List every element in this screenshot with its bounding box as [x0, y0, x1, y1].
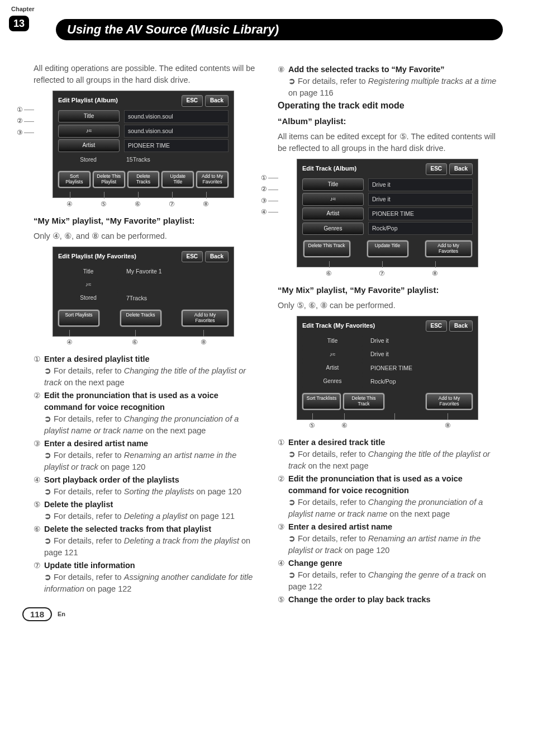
mymix-heading: “My Mix” playlist, “My Favorite” playlis…: [278, 284, 499, 296]
list-item: ②Edit the pronunciation that is used as …: [278, 473, 499, 520]
delete-this-track-button[interactable]: Delete This Track: [303, 240, 350, 257]
update-title-button[interactable]: Update Title: [367, 240, 408, 257]
list-item: ⑧ Add the selected tracks to “My Favorit…: [278, 64, 499, 99]
field-artist[interactable]: Artist: [58, 139, 120, 152]
list-item: ⑥Delete the selected tracks from that pl…: [34, 523, 255, 559]
list-item: ⑤Change the order to play back tracks: [278, 594, 499, 606]
shot-title: Edit Playlist (My Favorites): [58, 252, 136, 261]
shot-title: Edit Playlist (Album): [58, 96, 118, 105]
item-title: Change genre: [288, 557, 499, 569]
list-item: ①Enter a desired playlist titleFor detai…: [34, 353, 255, 389]
ref-arrow-icon: [44, 451, 54, 460]
item-title: Update title information: [44, 560, 255, 571]
screenshot-edit-track-favorites: Edit Track (My Favorites) ESC Back Title…: [297, 316, 478, 420]
ref-arrow-icon: [288, 450, 298, 459]
item-title: Enter a desired artist name: [44, 438, 255, 450]
delete-this-playlist-button[interactable]: Delete This Playlist: [93, 171, 125, 188]
screenshot-edit-playlist-favorites: Edit Playlist (My Favorites) ESC Back Ti…: [53, 247, 234, 337]
back-button[interactable]: Back: [449, 320, 473, 332]
chapter-number-badge: 13: [9, 16, 29, 31]
add-to-favorites-button[interactable]: Add to My Favorites: [425, 240, 472, 257]
mymix-text: Only ⑤, ⑥, ⑧ can be performed.: [278, 300, 499, 311]
item-title: Enter a desired track title: [288, 437, 499, 448]
ref-arrow-icon: [288, 570, 298, 579]
update-title-button[interactable]: Update Title: [161, 171, 194, 188]
list-item: ⑤Delete the playlistFor details, refer t…: [34, 499, 255, 522]
list-item: ②Edit the pronunciation that is used as …: [34, 390, 255, 437]
esc-button[interactable]: ESC: [426, 320, 448, 332]
list-items: ①Enter a desired playlist titleFor detai…: [34, 353, 255, 595]
item-title: Enter a desired artist name: [288, 521, 499, 533]
ref-arrow-icon: [44, 536, 54, 545]
item-title: Change the order to play back tracks: [288, 594, 499, 606]
sort-tracklists-button[interactable]: Sort Tracklists: [302, 393, 341, 410]
ref-arrow-icon: [44, 512, 54, 521]
callouts-bottom: ④ ⑤ ⑥ ⑦ ⑧: [34, 200, 223, 209]
mymix-heading: “My Mix” playlist, “My Favorite” playlis…: [34, 215, 255, 227]
ref-arrow-icon: [288, 77, 298, 86]
item-title: Edit the pronunciation that is used as a…: [288, 473, 499, 497]
callouts-left: ① ② ③ ④: [261, 173, 278, 218]
mymix-text: Only ④, ⑥, and ⑧ can be performed.: [34, 230, 255, 242]
delete-this-track-button[interactable]: Delete This Track: [343, 393, 384, 410]
callouts-left: ① ② ③: [17, 105, 34, 138]
item-title: Delete the selected tracks from that pla…: [44, 523, 255, 535]
sort-playlists-button[interactable]: Sort Playlists: [58, 310, 99, 327]
chapter-label: Chapter: [11, 6, 35, 12]
item-title: Edit the pronunciation that is used as a…: [44, 390, 255, 413]
album-heading: “Album” playlist:: [278, 115, 499, 127]
callouts-bottom: ④ ⑥ ⑧: [34, 338, 223, 347]
shot-title: Edit Track (My Favorites): [302, 322, 375, 330]
ref-arrow-icon: [288, 534, 298, 543]
page-number: 118: [22, 607, 52, 621]
callouts-bottom: ⑤ ⑥ ⑧: [278, 421, 467, 431]
field-title[interactable]: Title: [302, 178, 364, 191]
delete-tracks-button[interactable]: Delete Tracks: [120, 310, 161, 327]
right-column: ⑧ Add the selected tracks to “My Favorit…: [278, 63, 499, 606]
esc-button[interactable]: ESC: [182, 95, 203, 107]
field-artist[interactable]: Artist: [302, 207, 364, 220]
add-to-favorites-button[interactable]: Add to My Favorites: [182, 310, 229, 327]
field-title[interactable]: Title: [58, 110, 120, 123]
back-button[interactable]: Back: [449, 163, 473, 175]
list-item: ③Enter a desired artist nameFor details,…: [34, 438, 255, 473]
page-title: Using the AV Source (Music Library): [56, 19, 503, 40]
item-title: Delete the playlist: [44, 499, 255, 511]
delete-tracks-button[interactable]: Delete Tracks: [127, 171, 160, 188]
album-text: All items can be edited except for ⑤. Th…: [278, 131, 499, 154]
sort-playlists-button[interactable]: Sort Playlists: [58, 171, 91, 188]
field-pronunciation[interactable]: ♪≈: [58, 125, 120, 138]
list-item: ①Enter a desired track titleFor details,…: [278, 437, 499, 472]
ref-arrow-icon: [44, 487, 54, 496]
back-button[interactable]: Back: [205, 251, 229, 263]
list-item: ④Change genreFor details, refer to Chang…: [278, 557, 499, 593]
callouts-bottom: ⑥ ⑦ ⑧: [278, 269, 467, 278]
intro-text: All editing operations are possible. The…: [34, 63, 255, 86]
item-title: Add the selected tracks to “My Favorite”: [288, 64, 499, 75]
list-items: ①Enter a desired track titleFor details,…: [278, 437, 499, 606]
field-stored: Stored: [58, 154, 118, 166]
field-pronunciation[interactable]: ♪≈: [302, 193, 364, 206]
item-title: Enter a desired playlist title: [44, 353, 255, 365]
field-genres[interactable]: Genres: [302, 223, 364, 235]
left-column: All editing operations are possible. The…: [34, 63, 255, 606]
footer-lang: En: [58, 611, 65, 617]
list-item: ④Sort playback order of the playlistsFor…: [34, 474, 255, 498]
ref-arrow-icon: [288, 498, 298, 507]
add-to-favorites-button[interactable]: Add to My Favorites: [196, 171, 229, 188]
ref-arrow-icon: [44, 573, 54, 582]
add-to-favorites-button[interactable]: Add to My Favorites: [426, 393, 473, 410]
ref-arrow-icon: [44, 366, 54, 375]
screenshot-edit-track-album: Edit Track (Album) ESC Back TitleDrive i…: [297, 159, 478, 267]
ref-arrow-icon: [44, 414, 54, 423]
back-button[interactable]: Back: [205, 95, 229, 107]
screenshot-edit-playlist-album: Edit Playlist (Album) ESC Back Titlesoun…: [53, 91, 234, 198]
section-heading: Operating the track edit mode: [278, 99, 499, 112]
shot-title: Edit Track (Album): [302, 164, 356, 173]
esc-button[interactable]: ESC: [182, 251, 203, 263]
esc-button[interactable]: ESC: [426, 163, 448, 175]
item-title: Sort playback order of the playlists: [44, 474, 255, 486]
list-item: ③Enter a desired artist nameFor details,…: [278, 521, 499, 556]
list-item: ⑦Update title informationFor details, re…: [34, 560, 255, 595]
